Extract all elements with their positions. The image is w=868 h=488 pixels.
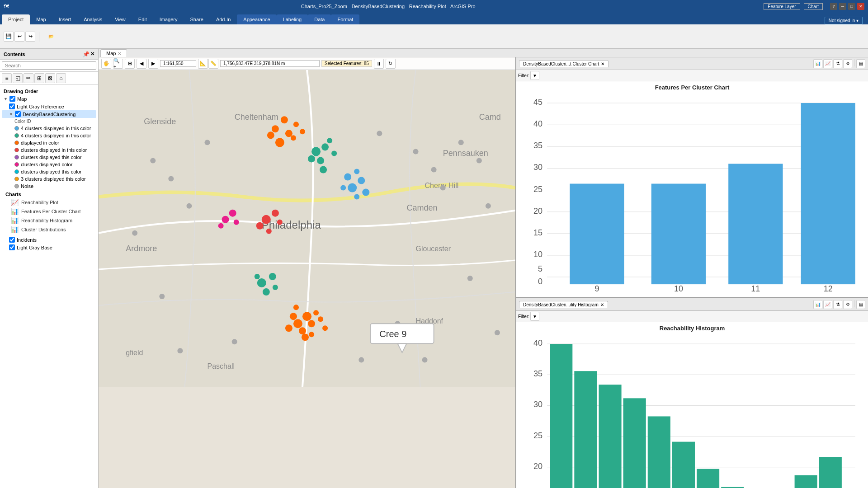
reach-hist-tab-close[interactable]: ✕ <box>600 302 604 307</box>
svg-point-46 <box>285 324 292 332</box>
legend-item-6: clusters displayed this color <box>2 168 96 175</box>
home-btn[interactable]: ⌂ <box>56 73 66 83</box>
svg-text:11: 11 <box>751 284 760 293</box>
remove-btn[interactable]: ⊠ <box>45 73 55 83</box>
checkbox-map[interactable] <box>9 96 15 102</box>
map-canvas[interactable]: 🖐 🔍+ ⊞ ◀ ▶ 1:161,550 📐 📏 1,756,583.47E 3… <box>99 57 515 488</box>
add-btn[interactable]: ⊞ <box>34 73 44 83</box>
layer-item-gray-ref[interactable]: Light Gray Reference <box>2 103 96 110</box>
fpc-filter-icon[interactable]: ▼ <box>530 71 539 80</box>
map-back-btn[interactable]: ◀ <box>137 59 146 69</box>
tab-map[interactable]: Map <box>30 14 52 24</box>
map-pause-btn[interactable]: ⏸ <box>374 59 384 69</box>
tab-data[interactable]: Data <box>308 14 331 24</box>
chart-link-histogram[interactable]: 📊 Reachability Histogram <box>2 216 96 225</box>
svg-text:12: 12 <box>824 284 833 293</box>
svg-rect-127 <box>599 385 621 488</box>
fpc-filter-label: Filter: <box>518 73 529 78</box>
svg-point-35 <box>262 215 271 224</box>
layer-item-incidents[interactable]: Incidents <box>2 236 96 244</box>
layer-item-gray-base[interactable]: Light Gray Base <box>2 244 96 251</box>
ribbon-redo-btn[interactable]: ↪ <box>25 32 35 42</box>
checkbox-gray-ref[interactable] <box>9 103 15 109</box>
map-tab[interactable]: Map ✕ <box>100 49 127 57</box>
rh-filter-btn[interactable]: ▼ <box>530 312 539 321</box>
ribbon-undo-btn[interactable]: ↩ <box>14 32 24 42</box>
chart-link-features[interactable]: 📊 Features Per Cluster Chart <box>2 207 96 216</box>
map-coordinates: 1,756,583.47E 319,378.81N m <box>220 60 320 67</box>
tab-share[interactable]: Share <box>184 14 210 24</box>
tab-edit[interactable]: Edit <box>132 14 153 24</box>
swatch-cyan <box>14 169 19 174</box>
title-text: Charts_Pro25_Zoom - DensityBasedClusteri… <box>13 4 764 9</box>
fpc-settings-btn[interactable]: ⚙ <box>843 59 852 68</box>
reach-hist-tab[interactable]: DensityBasedClusteri...ility Histogram ✕ <box>519 301 608 308</box>
svg-point-26 <box>327 138 332 143</box>
collapse-map[interactable]: ▼ <box>4 97 8 101</box>
ribbon: Project Map Insert Analysis View Edit Im… <box>0 13 868 49</box>
chart-link-dist[interactable]: 📊 Cluster Distributions <box>2 225 96 234</box>
fpc-filter-btn[interactable]: ⚗ <box>833 59 842 68</box>
rh-settings[interactable]: ⚙ <box>843 300 852 309</box>
rh-filter[interactable]: ⚗ <box>833 300 842 309</box>
map-extent-btn[interactable]: ⊞ <box>125 59 135 69</box>
fpc-btn-2[interactable]: 📈 <box>823 59 832 68</box>
layer-item-map[interactable]: ▼ Map <box>2 95 96 103</box>
tab-appearance[interactable]: Appearance <box>237 14 276 24</box>
minimize-button[interactable]: ─ <box>839 3 846 10</box>
list-view-btn[interactable]: ≡ <box>2 73 12 83</box>
close-button[interactable]: ✕ <box>857 3 864 10</box>
chart-link-reachability[interactable]: 📈 Reachability Plot <box>2 198 96 207</box>
svg-text:45: 45 <box>533 98 542 107</box>
layer-list: Drawing Order ▼ Map Light Gray Reference… <box>0 85 98 488</box>
map-scale[interactable]: 1:161,550 <box>160 60 196 67</box>
sign-in-status[interactable]: Not signed in ▾ <box>825 17 863 24</box>
tab-imagery[interactable]: Imagery <box>153 14 184 24</box>
fpc-tab-close[interactable]: ✕ <box>601 61 604 66</box>
drawing-order-btn[interactable]: ◱ <box>13 73 23 83</box>
checkbox-incidents[interactable] <box>9 237 15 243</box>
map-units-btn[interactable]: 📐 <box>198 59 208 69</box>
rh-btn-1[interactable]: 📊 <box>813 300 822 309</box>
map-zoom-in-btn[interactable]: 🔍+ <box>113 59 123 69</box>
contents-pin-btn[interactable]: 📌 <box>83 51 90 57</box>
collapse-dbc[interactable]: ▼ <box>9 112 13 117</box>
edit-btn[interactable]: ✏ <box>24 73 33 83</box>
layer-item-dbc[interactable]: ▼ DensityBasedClustering <box>2 110 96 118</box>
fpc-layout-btn[interactable]: ▤ <box>856 59 865 68</box>
rh-layout[interactable]: ▤ <box>856 300 865 309</box>
checkbox-gray-base[interactable] <box>9 244 15 250</box>
checkbox-dbc[interactable] <box>15 111 21 117</box>
svg-point-40 <box>293 319 302 328</box>
svg-point-76 <box>177 348 183 353</box>
svg-point-60 <box>234 220 239 225</box>
fpc-tab[interactable]: DensityBasedClusteri...t Cluster Chart ✕ <box>519 60 609 67</box>
map-tab-close[interactable]: ✕ <box>118 51 121 56</box>
map-toolbar: 🖐 🔍+ ⊞ ◀ ▶ 1:161,550 📐 📏 1,756,583.47E 3… <box>99 57 515 70</box>
tab-labeling[interactable]: Labeling <box>277 14 308 24</box>
rh-btn-2[interactable]: 📈 <box>823 300 832 309</box>
svg-point-15 <box>272 125 279 132</box>
fpc-btn-1[interactable]: 📊 <box>813 59 822 68</box>
map-fwd-btn[interactable]: ▶ <box>148 59 158 69</box>
tab-insert[interactable]: Insert <box>52 14 78 24</box>
search-input[interactable] <box>2 61 96 70</box>
tab-project[interactable]: Project <box>2 14 30 24</box>
tab-format[interactable]: Format <box>331 14 359 24</box>
tab-view[interactable]: View <box>108 14 132 24</box>
map-measure-btn[interactable]: 📏 <box>208 59 218 69</box>
reach-hist-body: 40 35 30 25 20 15 10 5 <box>516 333 868 488</box>
map-refresh-btn[interactable]: ↻ <box>386 59 396 69</box>
tab-addin[interactable]: Add-In <box>210 14 237 24</box>
contents-close-btn[interactable]: ✕ <box>90 51 94 57</box>
maximize-button[interactable]: □ <box>848 3 855 10</box>
svg-point-16 <box>293 122 299 127</box>
map-nav-btn[interactable]: 🖐 <box>101 59 111 69</box>
svg-point-38 <box>266 229 272 234</box>
help-button[interactable]: ? <box>830 3 837 10</box>
svg-text:15: 15 <box>533 228 542 237</box>
svg-text:9: 9 <box>594 284 599 293</box>
tab-analysis[interactable]: Analysis <box>77 14 108 24</box>
charts-section-label: Charts <box>2 190 96 198</box>
ribbon-save-btn[interactable]: 💾 <box>4 32 14 42</box>
